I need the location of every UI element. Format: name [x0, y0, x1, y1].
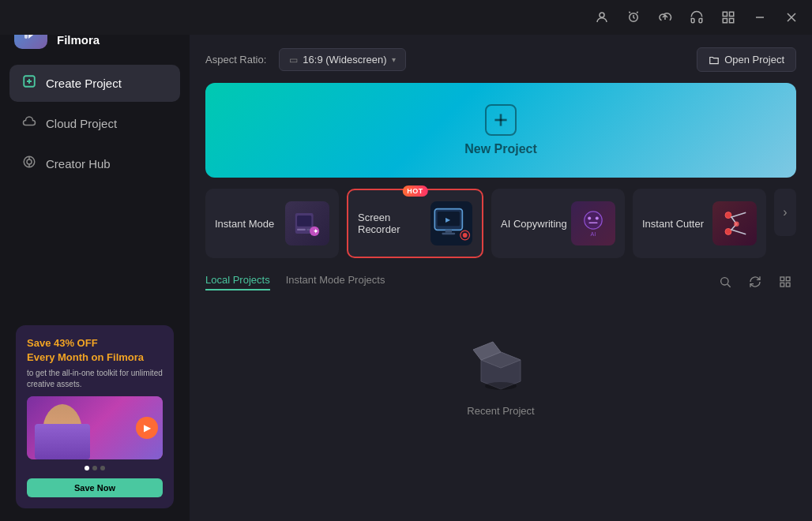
tabs-left: Local Projects Instant Mode Projects: [205, 274, 385, 290]
sidebar-item-label-cloud: Cloud Project: [46, 117, 117, 130]
new-project-label: New Project: [464, 142, 537, 156]
instant-cutter-icon: [719, 208, 750, 239]
svg-point-46: [485, 382, 517, 390]
play-icon: ▶: [136, 417, 158, 439]
svg-line-36: [731, 230, 746, 234]
instant-cutter-thumb: [712, 201, 757, 246]
instant-cutter-label: Instant Cutter: [642, 218, 704, 230]
svg-rect-4: [723, 19, 727, 23]
screen-recorder-label: Screen Recorder: [358, 212, 430, 235]
ad-banner: Save 43% OFF Every Month on Filmora to g…: [16, 325, 174, 508]
hot-badge: HOT: [402, 186, 428, 197]
mode-card-instant-mode[interactable]: Instant Mode ✦: [205, 189, 339, 258]
empty-state: Recent Project: [205, 324, 796, 417]
svg-rect-3: [730, 12, 734, 16]
svg-rect-17: [297, 229, 306, 231]
titlebar: [0, 0, 812, 35]
cloud-icon: [22, 114, 36, 133]
aspect-ratio-label: Aspect Ratio:: [205, 54, 266, 66]
refresh-icon: [749, 275, 761, 288]
ai-copywriting-thumb: AI: [571, 201, 615, 246]
alarm-icon-btn[interactable]: [619, 3, 648, 32]
svg-point-39: [734, 222, 739, 227]
ad-dot-2: [92, 466, 97, 470]
tab-instant-mode-projects[interactable]: Instant Mode Projects: [286, 274, 385, 290]
grid-view-icon-button[interactable]: [774, 271, 796, 293]
plus-icon: [491, 110, 511, 130]
svg-point-0: [600, 13, 604, 17]
search-icon: [719, 275, 731, 288]
screen-recorder-thumb: ▶: [430, 201, 472, 246]
ai-copywriting-label: AI Copywriting: [501, 218, 567, 230]
ad-image: ▶: [27, 396, 163, 459]
grid-icon-btn[interactable]: [714, 3, 742, 32]
ad-dot-3: [100, 466, 105, 470]
sidebar-item-label-creator: Creator Hub: [46, 157, 111, 171]
mode-cards-row: Instant Mode ✦ HOT Screen Recorder: [205, 189, 796, 258]
svg-rect-31: [588, 222, 597, 223]
create-project-icon: [22, 74, 36, 92]
instant-mode-label: Instant Mode: [215, 218, 274, 230]
svg-line-35: [731, 212, 746, 217]
aspect-ratio-value: 16:9 (Widescreen): [303, 54, 386, 66]
tabs-row: Local Projects Instant Mode Projects: [205, 271, 796, 293]
headset-icon-btn[interactable]: [682, 3, 711, 32]
open-project-label: Open Project: [724, 54, 784, 66]
sidebar-item-label-create: Create Project: [46, 77, 122, 90]
ad-body: to get the all-in-one toolkit for unlimi…: [27, 368, 163, 390]
svg-rect-42: [780, 277, 784, 281]
svg-point-29: [588, 217, 591, 220]
instant-mode-thumb: ✦: [285, 201, 329, 246]
mode-card-screen-recorder[interactable]: HOT Screen Recorder ▶: [347, 189, 483, 258]
ad-save-button[interactable]: Save Now: [27, 478, 163, 497]
svg-point-30: [596, 217, 599, 220]
svg-line-41: [727, 284, 731, 287]
refresh-icon-button[interactable]: [744, 271, 766, 293]
open-project-button[interactable]: Open Project: [697, 47, 796, 72]
svg-text:✦: ✦: [313, 227, 319, 235]
sidebar-item-cloud-project[interactable]: Cloud Project: [9, 105, 180, 142]
empty-box-icon: [465, 324, 536, 395]
sidebar: Wondershare Filmora Create Project Cloud…: [0, 0, 190, 521]
minimize-button[interactable]: [746, 3, 774, 32]
new-project-banner[interactable]: New Project: [205, 83, 796, 178]
svg-point-40: [721, 278, 728, 285]
search-icon-button[interactable]: [714, 271, 736, 293]
mode-card-instant-cutter[interactable]: Instant Cutter: [633, 189, 766, 258]
svg-text:AI: AI: [591, 231, 596, 238]
svg-rect-5: [730, 19, 734, 23]
folder-icon: [709, 54, 720, 66]
svg-rect-24: [442, 233, 455, 235]
user-icon-btn[interactable]: [588, 3, 616, 32]
svg-point-34: [725, 228, 731, 234]
sidebar-nav: Create Project Cloud Project Creator Hub: [0, 65, 190, 182]
aspect-ratio-select[interactable]: ▭ 16:9 (Widescreen) ▾: [279, 48, 405, 71]
mode-cards-next-arrow[interactable]: ›: [774, 189, 796, 236]
svg-rect-23: [445, 230, 451, 232]
chevron-down-icon: ▾: [392, 55, 396, 64]
tab-local-projects[interactable]: Local Projects: [205, 274, 270, 290]
empty-project-illustration: [465, 324, 536, 395]
svg-rect-44: [780, 283, 784, 287]
screen-recorder-icon: ▶: [432, 204, 472, 243]
tabs-right: [714, 271, 796, 293]
svg-point-26: [462, 233, 467, 238]
svg-point-28: [585, 212, 602, 229]
svg-rect-2: [723, 12, 727, 16]
new-project-icon: [485, 104, 517, 136]
sidebar-item-creator-hub[interactable]: Creator Hub: [9, 145, 180, 182]
aspect-ratio-icon: ▭: [289, 54, 298, 66]
ad-title: Save 43% OFF Every Month on Filmora: [27, 336, 163, 365]
svg-rect-45: [786, 283, 790, 287]
ad-dot-1: [85, 466, 89, 470]
main-content: Aspect Ratio: ▭ 16:9 (Widescreen) ▾ Open…: [190, 35, 812, 521]
sidebar-item-create-project[interactable]: Create Project: [9, 65, 180, 102]
mode-card-ai-copywriting[interactable]: AI Copywriting AI: [491, 189, 625, 258]
close-button[interactable]: [777, 3, 806, 32]
cloud-upload-icon-btn[interactable]: [651, 3, 679, 32]
creator-hub-icon: [22, 155, 36, 173]
svg-rect-16: [297, 216, 311, 227]
empty-state-label: Recent Project: [467, 405, 534, 417]
svg-text:▶: ▶: [445, 216, 451, 223]
svg-point-33: [725, 212, 731, 219]
